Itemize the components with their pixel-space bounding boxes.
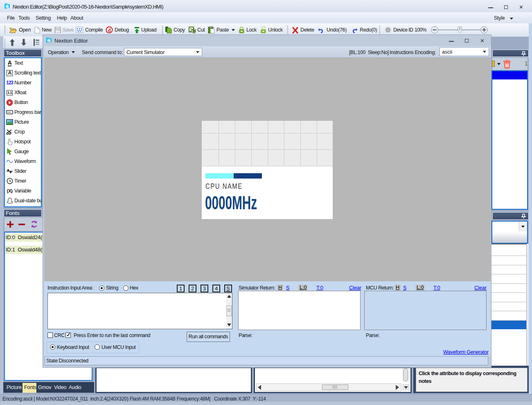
svg-text:d: d	[108, 27, 111, 33]
